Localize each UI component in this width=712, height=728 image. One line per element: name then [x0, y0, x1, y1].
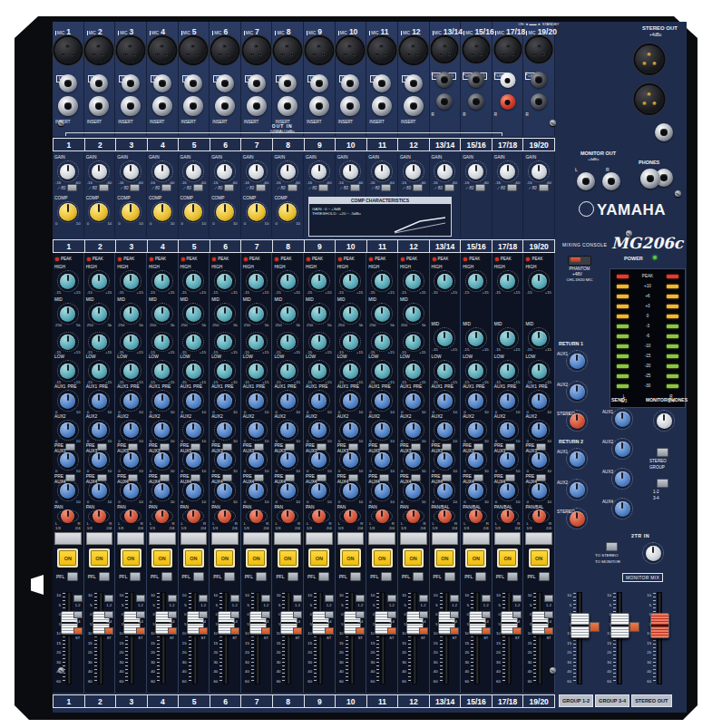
route-st-button[interactable]	[387, 627, 396, 635]
low-eq-knob[interactable]	[154, 364, 170, 379]
pfl-button[interactable]	[350, 572, 361, 581]
aux4-knob[interactable]	[532, 483, 547, 499]
route-3-4-button[interactable]	[482, 611, 491, 618]
pfl-button[interactable]	[130, 572, 141, 581]
hpf-switch[interactable]	[256, 184, 266, 191]
aux2-knob[interactable]	[186, 422, 201, 438]
aux3-knob[interactable]	[468, 452, 483, 468]
pan-knob[interactable]	[249, 510, 263, 523]
stereo-group-switch[interactable]	[657, 448, 668, 457]
pan-knob[interactable]	[312, 510, 326, 523]
mid-freq-knob[interactable]	[280, 306, 296, 322]
route-1-2-button[interactable]	[104, 595, 113, 602]
gain-knob[interactable]	[405, 164, 421, 180]
route-1-2-button[interactable]	[168, 595, 177, 602]
mid-freq-knob[interactable]	[217, 306, 232, 322]
gain-knob[interactable]	[375, 164, 390, 180]
low-eq-knob[interactable]	[280, 364, 296, 379]
aux3-knob[interactable]	[532, 452, 547, 468]
aux4-knob[interactable]	[154, 483, 170, 499]
pair-select-switch[interactable]	[657, 479, 668, 488]
aux2-knob[interactable]	[468, 422, 483, 438]
aux1-knob[interactable]	[405, 393, 421, 409]
aux4-knob[interactable]	[468, 483, 483, 499]
aux2-knob[interactable]	[123, 422, 139, 438]
low-eq-knob[interactable]	[186, 364, 201, 379]
mid-freq-knob[interactable]	[343, 306, 358, 322]
high-eq-knob[interactable]	[343, 274, 358, 289]
group-fader-cap[interactable]	[571, 613, 590, 638]
route-3-4-button[interactable]	[168, 611, 177, 618]
route-1-2-button[interactable]	[325, 595, 334, 602]
comp-knob[interactable]	[184, 203, 202, 221]
aux3-knob[interactable]	[405, 452, 421, 468]
route-st-button[interactable]	[544, 627, 553, 635]
pan-knob[interactable]	[218, 510, 231, 523]
hpf-switch[interactable]	[475, 184, 485, 191]
aux4-knob[interactable]	[249, 483, 264, 499]
aux1-knob[interactable]	[249, 393, 264, 409]
high-eq-knob[interactable]	[186, 274, 201, 289]
aux1-knob[interactable]	[468, 393, 483, 409]
low-eq-knob[interactable]	[249, 364, 264, 379]
hpf-switch[interactable]	[130, 184, 140, 191]
route-3-4-button[interactable]	[450, 611, 459, 618]
low-eq-knob[interactable]	[375, 364, 390, 379]
aux2-knob[interactable]	[437, 422, 453, 438]
aux3-knob[interactable]	[154, 452, 170, 468]
aux1-knob[interactable]	[311, 393, 327, 409]
aux2-knob[interactable]	[154, 422, 170, 438]
route-st-button[interactable]	[482, 627, 491, 635]
gain-knob[interactable]	[249, 164, 264, 180]
route-1-2-button[interactable]	[199, 595, 208, 602]
route-3-4-button[interactable]	[261, 611, 270, 618]
mid-gain-knob[interactable]	[154, 335, 170, 350]
mid-gain-knob[interactable]	[92, 335, 107, 350]
aux4-knob[interactable]	[186, 483, 201, 499]
comp-knob[interactable]	[59, 203, 77, 221]
mid-freq-knob[interactable]	[375, 306, 390, 322]
mid-eq-knob[interactable]	[437, 331, 453, 346]
return1-aux2-knob[interactable]	[570, 384, 585, 400]
hpf-switch[interactable]	[224, 184, 234, 191]
gain-knob[interactable]	[280, 164, 296, 180]
aux1-knob[interactable]	[500, 393, 515, 409]
aux3-knob[interactable]	[249, 452, 264, 468]
aux2-knob[interactable]	[405, 422, 421, 438]
mid-freq-knob[interactable]	[154, 306, 170, 322]
route-st-button[interactable]	[136, 627, 145, 635]
pan-knob[interactable]	[344, 510, 357, 523]
aux2-knob[interactable]	[280, 422, 296, 438]
channel-on-button[interactable]: ON	[248, 550, 265, 566]
channel-on-button[interactable]: ON	[342, 550, 359, 566]
gain-knob[interactable]	[311, 164, 327, 180]
route-st-button[interactable]	[261, 627, 270, 635]
pan-knob[interactable]	[124, 510, 138, 523]
send-aux2-knob[interactable]	[615, 442, 630, 457]
gain-knob[interactable]	[343, 164, 358, 180]
mid-freq-knob[interactable]	[92, 306, 107, 322]
route-st-button[interactable]	[293, 627, 302, 635]
aux4-knob[interactable]	[437, 483, 453, 499]
comp-knob[interactable]	[216, 203, 234, 221]
comp-knob[interactable]	[122, 203, 140, 221]
channel-on-button[interactable]: ON	[467, 550, 484, 566]
gain-knob[interactable]	[217, 164, 232, 180]
mid-gain-knob[interactable]	[60, 335, 75, 350]
aux3-knob[interactable]	[280, 452, 296, 468]
aux4-knob[interactable]	[311, 483, 327, 499]
aux1-knob[interactable]	[60, 393, 75, 409]
aux4-knob[interactable]	[500, 483, 515, 499]
low-eq-knob[interactable]	[92, 364, 107, 379]
pfl-button[interactable]	[256, 572, 267, 581]
route-1-2-button[interactable]	[512, 595, 522, 602]
mid-gain-knob[interactable]	[375, 335, 390, 350]
channel-on-button[interactable]: ON	[279, 550, 297, 566]
route-3-4-button[interactable]	[419, 611, 428, 618]
aux3-knob[interactable]	[375, 452, 390, 468]
aux1-knob[interactable]	[92, 393, 107, 409]
aux2-knob[interactable]	[249, 422, 264, 438]
mid-gain-knob[interactable]	[343, 335, 358, 350]
route-1-2-button[interactable]	[482, 595, 491, 602]
channel-on-button[interactable]: ON	[405, 550, 422, 566]
